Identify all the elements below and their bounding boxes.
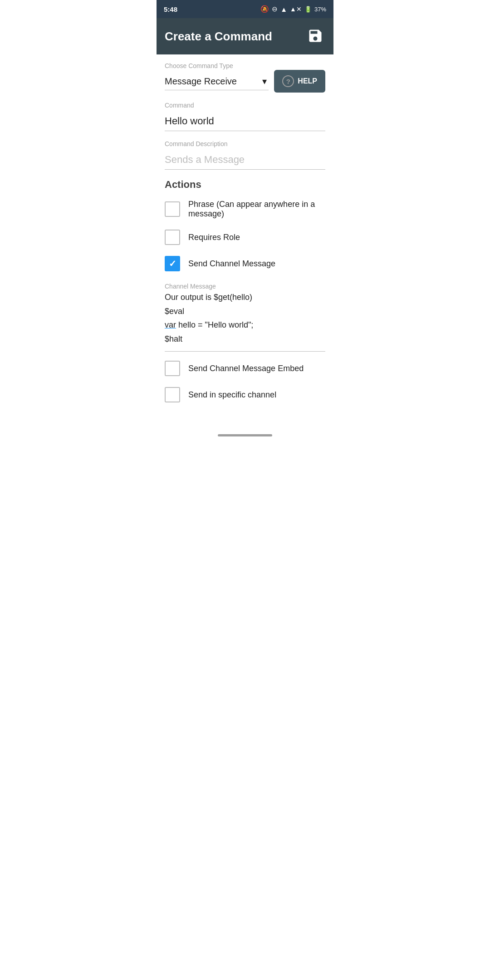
specific-channel-checkbox[interactable]	[165, 387, 180, 402]
command-input[interactable]	[165, 112, 325, 131]
app-header: Create a Command	[157, 18, 333, 54]
phrase-checkbox[interactable]	[165, 201, 180, 217]
phrase-label: Phrase (Can appear anywhere in a message…	[188, 200, 325, 219]
command-type-label: Choose Command Type	[165, 62, 233, 69]
battery-percent: 37%	[314, 6, 326, 13]
command-type-section: Choose Command Type Message Receive Slas…	[165, 62, 325, 93]
var-keyword: var	[165, 320, 176, 329]
page-title: Create a Command	[165, 29, 272, 44]
command-type-row: Message Receive Slash Command Reaction A…	[165, 70, 325, 93]
channel-message-text[interactable]: Our output is $get(hello) $eval var hell…	[165, 290, 325, 352]
signal-icon: ▲✕	[290, 5, 302, 13]
requires-role-label: Requires Role	[188, 233, 240, 242]
command-type-wrapper: Message Receive Slash Command Reaction A…	[165, 73, 269, 90]
status-time: 5:48	[164, 5, 177, 13]
channel-message-group: Channel Message Our output is $get(hello…	[165, 282, 325, 352]
dnd-icon: ⊖	[272, 5, 278, 13]
battery-icon: 🔋	[304, 6, 312, 13]
send-embed-checkbox[interactable]	[165, 361, 180, 376]
save-icon	[307, 28, 323, 44]
wifi-icon: ▲	[280, 5, 287, 13]
send-channel-message-checkbox[interactable]	[165, 256, 180, 271]
main-content: Choose Command Type Message Receive Slas…	[157, 54, 333, 421]
command-description-group: Command Description	[165, 140, 325, 170]
command-description-label: Command Description	[165, 140, 325, 147]
specific-channel-checkbox-row: Send in specific channel	[165, 387, 325, 402]
home-bar	[218, 434, 272, 436]
send-embed-label: Send Channel Message Embed	[188, 364, 304, 373]
home-indicator	[157, 430, 333, 439]
phrase-checkbox-row: Phrase (Can appear anywhere in a message…	[165, 200, 325, 219]
help-label: HELP	[298, 77, 317, 85]
send-channel-message-checkbox-row: Send Channel Message	[165, 256, 325, 271]
status-bar: 5:48 🔕 ⊖ ▲ ▲✕ 🔋 37%	[157, 0, 333, 18]
help-button[interactable]: ? HELP	[274, 70, 325, 93]
actions-title: Actions	[165, 179, 325, 191]
send-channel-message-label: Send Channel Message	[188, 259, 275, 269]
command-field-group: Command	[165, 102, 325, 131]
command-label: Command	[165, 102, 325, 109]
channel-message-label: Channel Message	[165, 283, 216, 290]
help-circle-icon: ?	[282, 75, 294, 87]
status-icons: 🔕 ⊖ ▲ ▲✕ 🔋 37%	[260, 5, 326, 13]
notification-muted-icon: 🔕	[260, 5, 269, 13]
requires-role-checkbox-row: Requires Role	[165, 230, 325, 245]
command-description-input[interactable]	[165, 150, 325, 170]
save-button[interactable]	[305, 26, 325, 47]
specific-channel-label: Send in specific channel	[188, 390, 276, 400]
actions-section: Actions Phrase (Can appear anywhere in a…	[165, 179, 325, 402]
requires-role-checkbox[interactable]	[165, 230, 180, 245]
send-embed-checkbox-row: Send Channel Message Embed	[165, 361, 325, 376]
command-type-select[interactable]: Message Receive Slash Command Reaction A…	[165, 73, 269, 90]
